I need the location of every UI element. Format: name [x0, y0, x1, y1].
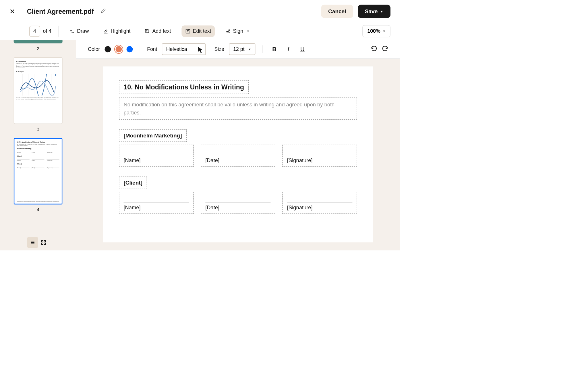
font-label: Font [147, 46, 157, 52]
signature-field-signature-1[interactable]: [Signature] [283, 145, 357, 167]
document-title: Client Agreement.pdf [27, 7, 94, 15]
signature-field-date-2[interactable]: [Date] [201, 192, 275, 214]
sign-icon [225, 28, 231, 34]
svg-rect-14 [44, 243, 46, 245]
zoom-value: 100% [368, 28, 380, 34]
zoom-select[interactable]: 100% ▼ [362, 25, 390, 37]
color-swatch-blue[interactable] [127, 46, 133, 52]
thumbnail-label-4: 4 [37, 207, 39, 212]
underline-button[interactable]: U [298, 46, 307, 52]
editable-party-1[interactable]: [Moonhelm Marketing] [119, 129, 187, 142]
thumbnail-page-2-partial[interactable] [14, 40, 63, 43]
save-button[interactable]: Save ▼ [358, 5, 390, 18]
signature-field-name-2[interactable]: [Name] [119, 192, 194, 214]
size-value: 12 pt [233, 46, 244, 52]
font-value: Helvetica [166, 46, 187, 52]
editable-heading[interactable]: 10. No Modifications Unless in Writing [119, 80, 249, 94]
color-swatch-orange[interactable] [116, 46, 122, 52]
grid-view-button[interactable] [38, 237, 49, 248]
chevron-down-icon: ▼ [247, 30, 249, 33]
thumbnail-page-4[interactable]: 10. No Modifications Unless in Writing N… [14, 138, 63, 204]
bold-button[interactable]: B [270, 46, 279, 52]
edit-text-icon [185, 28, 190, 34]
chevron-down-icon: ▼ [248, 48, 251, 51]
color-swatch-black[interactable] [105, 46, 111, 52]
document-canvas[interactable]: 10. No Modifications Unless in Writing N… [76, 59, 400, 250]
thumbnail-label-2: 2 [37, 46, 39, 51]
highlight-icon [103, 28, 108, 34]
close-icon[interactable]: ✕ [9, 7, 15, 16]
size-label: Size [214, 46, 224, 52]
draw-icon [69, 28, 75, 34]
add-text-icon [144, 28, 150, 34]
draw-tool[interactable]: Draw [66, 25, 92, 37]
edit-text-tool[interactable]: Edit text [181, 25, 215, 37]
signature-field-name-1[interactable]: [Name] [119, 145, 194, 167]
document-page: 10. No Modifications Unless in Writing N… [103, 66, 373, 242]
redo-icon[interactable] [382, 45, 388, 53]
thumbnail-graph [16, 74, 60, 96]
editable-body[interactable]: No modification on this agreement shall … [119, 97, 357, 120]
svg-rect-11 [42, 240, 43, 242]
add-text-tool[interactable]: Add text [141, 25, 175, 37]
size-select[interactable]: 12 pt ▼ [229, 43, 255, 55]
thumbnail-label-3: 3 [37, 127, 39, 132]
thumbnail-sidebar: 2 8. Statistics Statistics is the study … [0, 40, 76, 250]
highlight-tool[interactable]: Highlight [99, 25, 134, 37]
edit-text-label: Edit text [193, 28, 211, 34]
page-total: of 4 [43, 28, 51, 34]
svg-rect-13 [42, 243, 43, 245]
thumbnail-page-3[interactable]: 8. Statistics Statistics is the study an… [14, 57, 63, 124]
format-bar: Color Font Helvetica ▼ Size 12 pt ▼ B I … [76, 40, 400, 59]
highlight-label: Highlight [111, 28, 131, 34]
signature-field-signature-2[interactable]: [Signature] [283, 192, 357, 214]
italic-button[interactable]: I [284, 46, 293, 52]
editable-party-2[interactable]: [Client] [119, 177, 147, 189]
chevron-down-icon: ▼ [199, 48, 201, 51]
cancel-button[interactable]: Cancel [321, 5, 353, 18]
sign-label: Sign [233, 28, 243, 34]
save-label: Save [365, 8, 378, 15]
chevron-down-icon: ▼ [383, 30, 385, 33]
color-label: Color [88, 46, 100, 52]
undo-icon[interactable] [371, 45, 377, 53]
signature-field-date-1[interactable]: [Date] [201, 145, 275, 167]
add-text-label: Add text [152, 28, 171, 34]
svg-rect-12 [44, 240, 46, 242]
chevron-down-icon: ▼ [380, 9, 383, 13]
font-select[interactable]: Helvetica ▼ [162, 43, 206, 55]
pencil-icon[interactable] [101, 8, 105, 14]
page-number-input[interactable] [29, 26, 40, 37]
draw-label: Draw [77, 28, 89, 34]
list-view-button[interactable] [27, 237, 38, 248]
sign-tool[interactable]: Sign ▼ [222, 25, 253, 37]
